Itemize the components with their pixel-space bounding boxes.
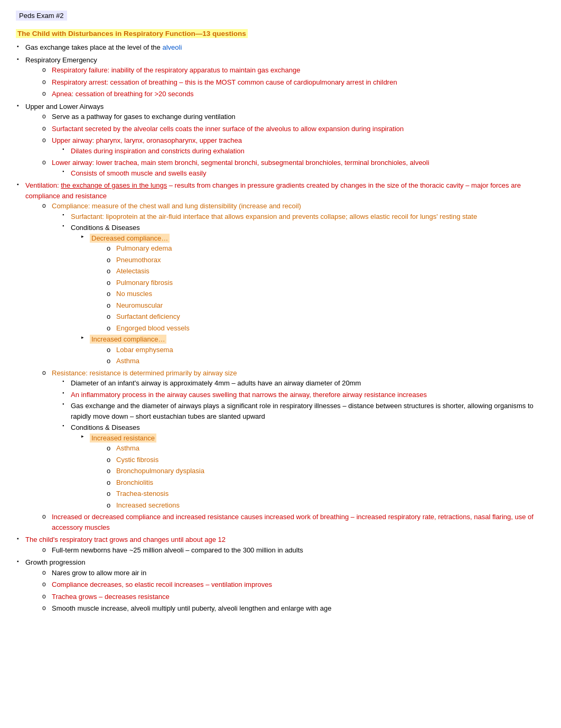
conditions-diseases-label: Conditions & Diseases: [71, 224, 140, 232]
gas-exchange-text: Gas exchange takes place at the level of…: [25, 43, 162, 51]
list-item-upper-airway: Upper airway: pharynx, larynx, oronasoph…: [41, 135, 545, 156]
list-item-compliance: Compliance: measure of the chest wall an…: [41, 201, 545, 366]
list-item-inflammatory: An inflammatory process in the airway ca…: [62, 390, 545, 400]
increased-compliance-label: Increased compliance…: [90, 335, 166, 344]
upper-airway-text: Upper airway: pharynx, larynx, oronasoph…: [52, 136, 242, 144]
list-item-increased-resistance: Increased resistance Asthma Cystic fibro…: [81, 433, 545, 511]
asthma-resist-text: Asthma: [116, 444, 139, 452]
resp-emergency-label: Respiratory Emergency: [25, 56, 97, 64]
list-item-asthma-compliance: Asthma: [106, 356, 545, 366]
apnea-text: Apnea: cessation of breathing for >20 se…: [52, 90, 194, 98]
diameter-infant-text: Diameter of an infant's airway is approx…: [71, 379, 361, 387]
list-item-atelectasis: Atelectasis: [106, 266, 545, 277]
increased-resistance-label: Increased resistance: [90, 434, 156, 443]
list-item-smooth-muscle: Consists of smooth muscle and swells eas…: [62, 168, 545, 179]
page-wrapper: Peds Exam #2 The Child with Disturbances…: [16, 11, 545, 614]
list-item-compliance-decreases: Compliance decreases, so elastic recoil …: [41, 579, 545, 590]
list-item-no-muscles: No muscles: [106, 289, 545, 299]
asthma-compliance-text: Asthma: [116, 357, 139, 365]
pathway-text: Serve as a pathway for gases to exchange…: [52, 113, 236, 121]
list-item-dilates: Dilates during inspiration and constrict…: [62, 146, 545, 156]
list-item-bronchopulmonary: Bronchopulmonary dysplasia: [106, 466, 545, 476]
gas-exchange-highlight: alveoli: [162, 43, 182, 51]
surfactant-secreted-text: Surfactant secreted by the alveolar cell…: [52, 125, 404, 133]
list-item-asthma-resist: Asthma: [106, 443, 545, 454]
cystic-fibrosis-text: Cystic fibrosis: [116, 456, 158, 464]
list-item-neuromuscular: Neuromuscular: [106, 300, 545, 311]
list-item-pulm-edema: Pulmonary edema: [106, 243, 545, 254]
ventilation-label-highlight: the exchange of gases in the lungs: [61, 181, 167, 189]
list-item-lower-airway: Lower airway: lower trachea, main stem b…: [41, 158, 545, 178]
surfactant-lipo-text: Surfactant: lipoprotein at the air-fluid…: [71, 213, 477, 220]
list-item-resp-failure: Respiratory failure: inability of the re…: [41, 65, 545, 76]
list-item-childs-respiratory: The child's respiratory tract grows and …: [16, 535, 545, 555]
decreased-compliance-label: Decreased compliance…: [90, 234, 170, 243]
dilates-text: Dilates during inspiration and constrict…: [71, 147, 245, 155]
list-item-diameter-infant: Diameter of an infant's airway is approx…: [62, 378, 545, 389]
gas-exchange-diameter-text: Gas exchange and the diameter of airways…: [71, 402, 534, 420]
list-item-resp-arrest: Respiratory arrest: cessation of breathi…: [41, 77, 545, 88]
list-item-trachea-grows: Trachea grows – decreases resistance: [41, 592, 545, 602]
bronchopulmonary-text: Bronchopulmonary dysplasia: [116, 467, 204, 475]
lower-airway-text: Lower airway: lower trachea, main stem b…: [52, 159, 429, 167]
page-title: Peds Exam #2: [16, 11, 67, 21]
upper-lower-label: Upper and Lower Airways: [25, 103, 104, 110]
list-item-pulm-fibrosis: Pulmonary fibrosis: [106, 278, 545, 288]
list-item-apnea: Apnea: cessation of breathing for >20 se…: [41, 89, 545, 99]
no-muscles-text: No muscles: [116, 290, 152, 298]
resp-arrest-text: Respiratory arrest: cessation of breathi…: [52, 78, 397, 86]
pulm-edema-text: Pulmonary edema: [116, 244, 172, 252]
section-heading: The Child with Disturbances in Respirato…: [16, 29, 248, 38]
neuromuscular-text: Neuromuscular: [116, 301, 163, 309]
surfactant-deficiency-text: Surfactant deficiency: [116, 312, 180, 320]
resp-failure-text: Respiratory failure: inability of the re…: [52, 66, 300, 74]
list-item-gas-exchange-diameter: Gas exchange and the diameter of airways…: [62, 401, 545, 421]
resistance-label: Resistance: resistance is determined pri…: [52, 369, 237, 377]
list-item-growth-progression: Growth progression Nares grow to allow m…: [16, 557, 545, 614]
list-item-cystic-fibrosis: Cystic fibrosis: [106, 455, 545, 465]
smooth-muscle-text: Consists of smooth muscle and swells eas…: [71, 169, 207, 177]
list-item-gas-exchange: Gas exchange takes place at the level of…: [16, 42, 545, 53]
full-term-text: Full-term newborns have ~25 million alve…: [52, 546, 303, 554]
growth-label: Growth progression: [25, 558, 85, 566]
nares-text: Nares grow to allow more air in: [52, 569, 146, 577]
list-item-conditions-resistance: Conditions & Diseases Increased resistan…: [62, 422, 545, 510]
compliance-decreases-text: Compliance decreases, so elastic recoil …: [52, 580, 272, 588]
list-item-engorged: Engorged blood vessels: [106, 323, 545, 334]
list-item-increased-compliance: Increased compliance… Lobar emphysema As…: [81, 334, 545, 366]
ventilation-label-before: Ventilation:: [25, 181, 61, 189]
list-item-bronchiolitis: Bronchiolitis: [106, 477, 545, 488]
list-item-ventilation: Ventilation: the exchange of gases in th…: [16, 180, 545, 532]
work-of-breathing-text: Increased or decreased compliance and in…: [52, 513, 534, 531]
smooth-muscle-increase-text: Smooth muscle increase, alveoli multiply…: [52, 604, 331, 612]
list-item-work-of-breathing: Increased or decreased compliance and in…: [41, 512, 545, 532]
increased-secretions-text: Increased secretions: [116, 501, 180, 509]
list-item-full-term: Full-term newborns have ~25 million alve…: [41, 545, 545, 556]
list-item-smooth-muscle-increase: Smooth muscle increase, alveoli multiply…: [41, 603, 545, 614]
list-item-conditions-compliance: Conditions & Diseases Decreased complian…: [62, 223, 545, 366]
pulm-fibrosis-text: Pulmonary fibrosis: [116, 279, 173, 287]
lobar-text: Lobar emphysema: [116, 346, 173, 354]
list-item-surfactant-secreted: Surfactant secreted by the alveolar cell…: [41, 124, 545, 134]
atelectasis-text: Atelectasis: [116, 267, 149, 275]
list-item-pathway: Serve as a pathway for gases to exchange…: [41, 112, 545, 122]
engorged-text: Engorged blood vessels: [116, 324, 190, 332]
list-item-respiratory-emergency: Respiratory Emergency Respiratory failur…: [16, 55, 545, 99]
trachea-grows-text: Trachea grows – decreases resistance: [52, 593, 170, 601]
list-item-lobar: Lobar emphysema: [106, 345, 545, 355]
inflammatory-text: An inflammatory process in the airway ca…: [71, 391, 427, 399]
list-item-increased-secretions: Increased secretions: [106, 500, 545, 511]
childs-resp-text: The child's respiratory tract grows and …: [25, 536, 226, 543]
list-item-surfactant-deficiency: Surfactant deficiency: [106, 311, 545, 322]
list-item-surfactant-lipo: Surfactant: lipoprotein at the air-fluid…: [62, 211, 545, 222]
list-item-resistance: Resistance: resistance is determined pri…: [41, 368, 545, 511]
trachea-stenosis-text: Trachea-stenosis: [116, 490, 169, 497]
list-item-nares: Nares grow to allow more air in: [41, 568, 545, 578]
pneumothorax-text: Pneumothorax: [116, 256, 161, 264]
compliance-label: Compliance: measure of the chest wall an…: [52, 202, 301, 210]
conditions-resistance-label: Conditions & Diseases: [71, 423, 140, 431]
list-item-trachea-stenosis: Trachea-stenosis: [106, 489, 545, 499]
bronchiolitis-text: Bronchiolitis: [116, 478, 153, 486]
list-item-pneumothorax: Pneumothorax: [106, 255, 545, 265]
list-item-decreased-compliance: Decreased compliance… Pulmonary edema Pn…: [81, 233, 545, 334]
